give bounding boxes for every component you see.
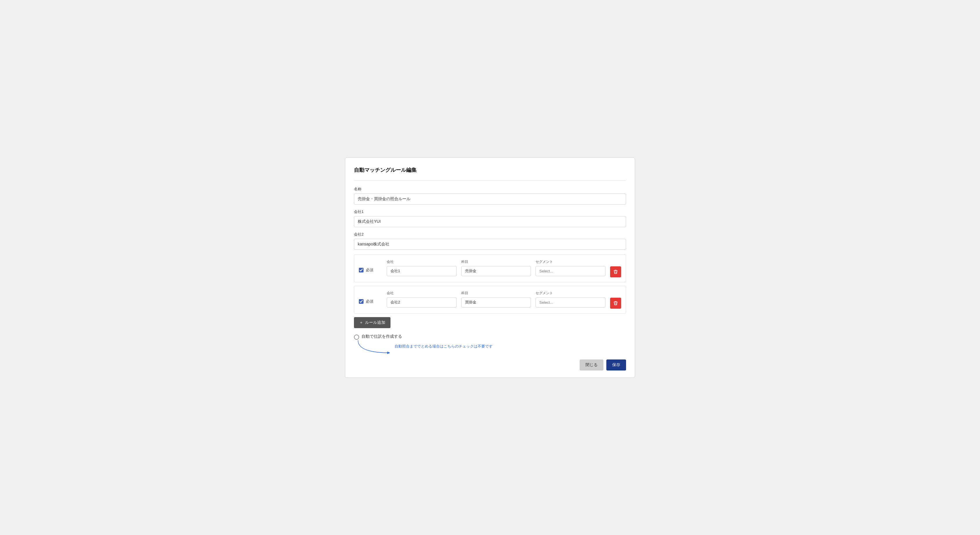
page-title: 自動マッチングルール編集 <box>354 167 626 174</box>
delete-rule-button-2[interactable] <box>610 298 621 309</box>
add-rule-label: ルール追加 <box>365 320 385 325</box>
rule-fields-1: 会社 科目 セグメント <box>387 260 606 276</box>
save-button[interactable]: 保存 <box>606 360 626 371</box>
rule-required-section-2: 必須 <box>359 299 382 304</box>
rule-subject-label-1: 科目 <box>461 260 531 264</box>
close-button[interactable]: 閉じる <box>580 360 603 371</box>
rule-company-label-1: 会社 <box>387 260 457 264</box>
company1-input[interactable] <box>354 216 626 227</box>
rule-company-input-2[interactable] <box>387 298 457 307</box>
rule-segment-input-2[interactable] <box>536 298 606 307</box>
company2-input[interactable] <box>354 239 626 250</box>
hint-container: 自動照合まででとめる場合はこちらのチェックは不要です <box>354 344 626 349</box>
company1-label: 会社1 <box>354 209 626 214</box>
rule-required-label-2: 必須 <box>366 299 373 304</box>
plus-icon: ＋ <box>359 320 363 325</box>
modal-container: 自動マッチングルール編集 名称 会社1 会社2 必須 会社 <box>345 158 635 378</box>
rule-subject-label-2: 科目 <box>461 291 531 296</box>
trash-icon <box>613 269 618 274</box>
rule-subject-input-1[interactable] <box>461 266 531 276</box>
table-row: 必須 会社 科目 セグメント <box>354 255 626 282</box>
auto-journal-section: 自動で仕訳を作成する <box>354 334 626 341</box>
hint-text: 自動照合まででとめる場合はこちらのチェックは不要です <box>395 344 626 349</box>
rule-company-group-2: 会社 <box>387 291 457 307</box>
rule-subject-group-1: 科目 <box>461 260 531 276</box>
rule-required-section-1: 必須 <box>359 268 382 273</box>
divider <box>354 180 626 181</box>
auto-journal-checkbox[interactable] <box>354 334 359 340</box>
name-field-group: 名称 <box>354 186 626 205</box>
rule-segment-group-1: セグメント <box>536 260 606 276</box>
rule-required-label-1: 必須 <box>366 268 373 273</box>
auto-journal-label[interactable]: 自動で仕訳を作成する <box>361 334 402 339</box>
rule-segment-group-2: セグメント <box>536 291 606 307</box>
footer-actions: 閉じる 保存 <box>354 355 626 371</box>
rule-company-input-1[interactable] <box>387 266 457 276</box>
company1-field-group: 会社1 <box>354 209 626 227</box>
rule-subject-input-2[interactable] <box>461 298 531 307</box>
company2-label: 会社2 <box>354 232 626 237</box>
table-row: 必須 会社 科目 セグメント <box>354 286 626 314</box>
company2-field-group: 会社2 <box>354 232 626 250</box>
name-input[interactable] <box>354 194 626 205</box>
rules-section: 必須 会社 科目 セグメント <box>354 255 626 314</box>
rule-subject-group-2: 科目 <box>461 291 531 307</box>
name-label: 名称 <box>354 186 626 192</box>
rule-segment-label-2: セグメント <box>536 291 606 296</box>
delete-rule-button-1[interactable] <box>610 266 621 277</box>
rule-required-checkbox-1[interactable] <box>359 268 364 272</box>
add-rule-button[interactable]: ＋ ルール追加 <box>354 317 390 328</box>
rule-fields-2: 会社 科目 セグメント <box>387 291 606 307</box>
rule-company-group-1: 会社 <box>387 260 457 276</box>
arrow-icon <box>355 340 393 357</box>
rule-segment-label-1: セグメント <box>536 260 606 264</box>
rule-segment-input-1[interactable] <box>536 266 606 276</box>
trash-icon <box>613 301 618 306</box>
rule-company-label-2: 会社 <box>387 291 457 296</box>
rule-required-checkbox-2[interactable] <box>359 299 364 304</box>
